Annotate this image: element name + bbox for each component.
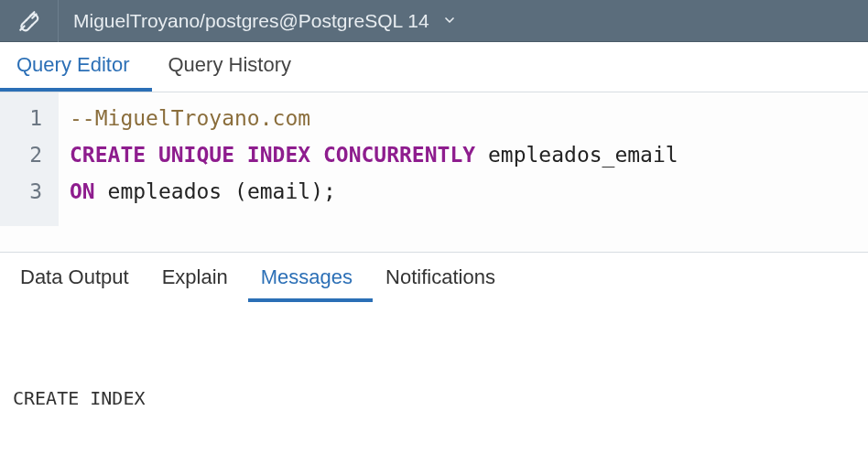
tab-query-editor[interactable]: Query Editor — [0, 40, 152, 92]
tab-explain[interactable]: Explain — [149, 254, 248, 302]
connection-header: MiguelTroyano/postgres@PostgreSQL 14 — [0, 0, 868, 42]
tab-data-output[interactable]: Data Output — [7, 254, 149, 302]
code-token: CREATE UNIQUE INDEX CONCURRENTLY — [70, 143, 475, 167]
query-tabs: Query Editor Query History — [0, 42, 868, 92]
connection-label: MiguelTroyano/postgres@PostgreSQL 14 — [73, 10, 429, 32]
code-token: ON — [70, 179, 95, 203]
code-line: CREATE UNIQUE INDEX CONCURRENTLY emplead… — [70, 136, 678, 173]
code-token: empleados_email — [475, 143, 678, 167]
line-number: 2 — [9, 136, 42, 173]
sql-editor[interactable]: 1 2 3 --MiguelTroyano.comCREATE UNIQUE I… — [0, 92, 868, 253]
code-token: ; — [323, 179, 336, 203]
message-line: CREATE INDEX — [13, 383, 855, 414]
code-line: ON empleados (email); — [70, 173, 678, 210]
tab-notifications[interactable]: Notifications — [373, 254, 515, 302]
tab-messages[interactable]: Messages — [248, 254, 373, 302]
result-tabs: Data Output Explain Messages Notificatio… — [0, 253, 868, 302]
code-token: ) — [310, 179, 323, 203]
code-area[interactable]: --MiguelTroyano.comCREATE UNIQUE INDEX C… — [59, 92, 689, 226]
tab-query-history[interactable]: Query History — [152, 40, 313, 92]
code-line: --MiguelTroyano.com — [70, 100, 678, 136]
code-token: ( — [234, 179, 247, 203]
messages-panel: CREATE INDEX Query returned successfully… — [0, 302, 868, 465]
code-token: --MiguelTroyano.com — [70, 106, 310, 130]
chevron-down-icon — [442, 10, 457, 32]
line-number: 1 — [9, 100, 42, 136]
plug-icon — [0, 0, 59, 42]
code-token: empleados — [95, 179, 234, 203]
code-token: email — [247, 179, 310, 203]
line-number: 3 — [9, 173, 42, 210]
line-number-gutter: 1 2 3 — [0, 92, 59, 226]
connection-selector[interactable]: MiguelTroyano/postgres@PostgreSQL 14 — [59, 10, 472, 32]
